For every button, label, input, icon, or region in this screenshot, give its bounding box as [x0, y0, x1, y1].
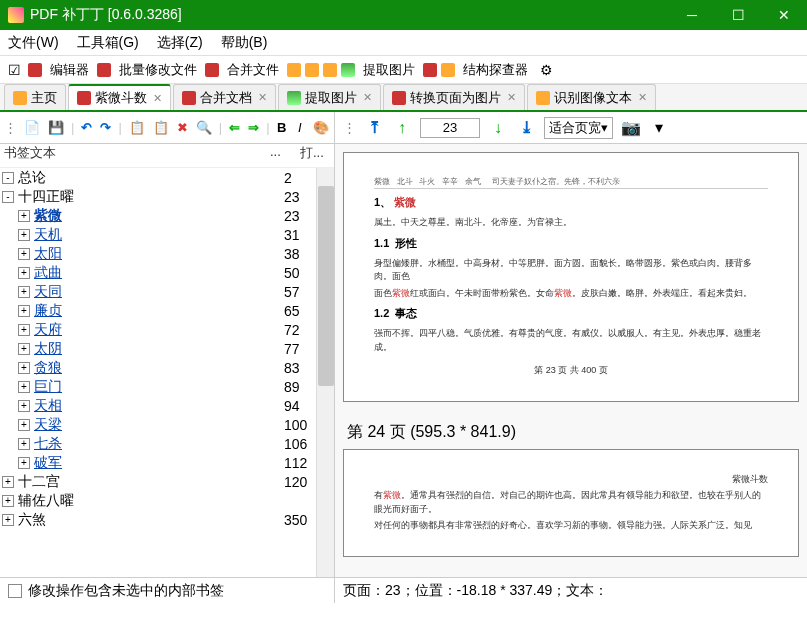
misc-icon[interactable]: ▾	[649, 118, 669, 138]
bookmark-row[interactable]: +破军112	[0, 453, 334, 472]
search-icon[interactable]: 🔍	[195, 117, 213, 139]
menu-toolbox[interactable]: 工具箱(G)	[77, 34, 139, 52]
checkbox-icon[interactable]: ☑	[4, 60, 24, 80]
maximize-button[interactable]: ☐	[715, 0, 761, 30]
tab-merge[interactable]: 合并文档✕	[173, 84, 276, 110]
preview-area[interactable]: 紫微 北斗 斗火 辛辛 余气 司天妻子奴仆之宿。先锋，不利六亲 1、 紫微 属土…	[335, 144, 807, 577]
bookmark-row[interactable]: +巨门89	[0, 377, 334, 396]
toggle-icon[interactable]: +	[18, 343, 30, 355]
merge-button[interactable]: 合并文件	[223, 61, 283, 79]
toggle-icon[interactable]: -	[2, 191, 14, 203]
bookmark-row[interactable]: +天府72	[0, 320, 334, 339]
tab-close-icon[interactable]: ✕	[638, 91, 647, 104]
new-icon[interactable]: 📄	[23, 117, 41, 139]
bookmark-row[interactable]: +廉贞65	[0, 301, 334, 320]
toggle-icon[interactable]: +	[18, 438, 30, 450]
toggle-icon[interactable]: +	[18, 305, 30, 317]
include-unchecked-checkbox[interactable]	[8, 584, 22, 598]
tab-close-icon[interactable]: ✕	[363, 91, 372, 104]
toggle-icon[interactable]: +	[2, 514, 14, 526]
toggle-icon[interactable]: +	[18, 267, 30, 279]
tab-close-icon[interactable]: ✕	[258, 91, 267, 104]
tool-icon[interactable]	[305, 63, 319, 77]
toggle-icon[interactable]: +	[18, 210, 30, 222]
color-icon[interactable]: 🎨	[312, 117, 330, 139]
tab-label: 紫微斗数	[95, 89, 147, 107]
bookmark-row[interactable]: +天相94	[0, 396, 334, 415]
toggle-icon[interactable]: +	[18, 457, 30, 469]
save-icon[interactable]: 💾	[47, 117, 65, 139]
tool-icon[interactable]	[323, 63, 337, 77]
tab-convert[interactable]: 转换页面为图片✕	[383, 84, 525, 110]
bookmark-row[interactable]: +十二宫120	[0, 472, 334, 491]
tab-close-icon[interactable]: ✕	[153, 92, 162, 105]
misc-icon[interactable]: ⚙	[536, 60, 556, 80]
extract-button[interactable]: 提取图片	[359, 61, 419, 79]
bold-icon[interactable]: B	[276, 117, 288, 139]
col-open[interactable]: 打...	[300, 144, 330, 167]
toggle-icon[interactable]: +	[18, 381, 30, 393]
page-number-input[interactable]	[420, 118, 480, 138]
page-23: 紫微 北斗 斗火 辛辛 余气 司天妻子奴仆之宿。先锋，不利六亲 1、 紫微 属土…	[343, 152, 799, 402]
editor-button[interactable]: 编辑器	[46, 61, 93, 79]
tool-icon[interactable]	[287, 63, 301, 77]
tool-icon[interactable]	[441, 63, 455, 77]
paste-icon[interactable]: 📋	[152, 117, 170, 139]
bookmark-row[interactable]: +六煞350	[0, 510, 334, 529]
ocr-icon[interactable]: 📷	[621, 118, 641, 138]
bookmark-row[interactable]: +七杀106	[0, 434, 334, 453]
bookmark-row[interactable]: +辅佐八曜	[0, 491, 334, 510]
tab-ziwei[interactable]: 紫微斗数✕	[68, 84, 171, 110]
toggle-icon[interactable]: +	[18, 400, 30, 412]
close-button[interactable]: ✕	[761, 0, 807, 30]
col-bookmark[interactable]: 书签文本	[4, 144, 270, 167]
prev-page-icon[interactable]: ↑	[392, 118, 412, 138]
outdent-icon[interactable]: ⇐	[228, 117, 241, 139]
tab-extract[interactable]: 提取图片✕	[278, 84, 381, 110]
bookmark-tree[interactable]: -总论2-十四正曜23+紫微23+天机31+太阳38+武曲50+天同57+廉贞6…	[0, 168, 334, 577]
pdf-icon	[97, 63, 111, 77]
bookmark-row[interactable]: +太阳38	[0, 244, 334, 263]
bookmark-row[interactable]: +天机31	[0, 225, 334, 244]
tab-ocr[interactable]: 识别图像文本✕	[527, 84, 656, 110]
first-page-icon[interactable]: ⤒	[364, 118, 384, 138]
menu-select[interactable]: 选择(Z)	[157, 34, 203, 52]
bookmark-row[interactable]: -总论2	[0, 168, 334, 187]
next-page-icon[interactable]: ↓	[488, 118, 508, 138]
last-page-icon[interactable]: ⤓	[516, 118, 536, 138]
bookmark-row[interactable]: -十四正曜23	[0, 187, 334, 206]
toggle-icon[interactable]: +	[2, 476, 14, 488]
toggle-icon[interactable]: +	[18, 248, 30, 260]
menu-file[interactable]: 文件(W)	[8, 34, 59, 52]
bookmark-row[interactable]: +紫微23	[0, 206, 334, 225]
indent-icon[interactable]: ⇒	[247, 117, 260, 139]
redo-icon[interactable]: ↷	[99, 117, 112, 139]
bookmark-row[interactable]: +贪狼83	[0, 358, 334, 377]
italic-icon[interactable]: I	[294, 117, 306, 139]
undo-icon[interactable]: ↶	[80, 117, 93, 139]
menu-help[interactable]: 帮助(B)	[221, 34, 268, 52]
copy-icon[interactable]: 📋	[128, 117, 146, 139]
scrollbar[interactable]	[316, 168, 334, 577]
bookmark-row[interactable]: +武曲50	[0, 263, 334, 282]
inspector-button[interactable]: 结构探查器	[459, 61, 532, 79]
toggle-icon[interactable]: +	[18, 324, 30, 336]
tab-home[interactable]: 主页	[4, 84, 66, 110]
toggle-icon[interactable]: +	[18, 419, 30, 431]
toggle-icon[interactable]: +	[18, 362, 30, 374]
batch-button[interactable]: 批量修改文件	[115, 61, 201, 79]
toggle-icon[interactable]: +	[18, 229, 30, 241]
bookmark-row[interactable]: +太阴77	[0, 339, 334, 358]
toggle-icon[interactable]: +	[2, 495, 14, 507]
zoom-select[interactable]: 适合页宽 ▾	[544, 117, 613, 139]
delete-icon[interactable]: ✖	[176, 117, 189, 139]
tab-close-icon[interactable]: ✕	[507, 91, 516, 104]
pdf-icon[interactable]	[423, 63, 437, 77]
bookmark-row[interactable]: +天梁100	[0, 415, 334, 434]
toggle-icon[interactable]: +	[18, 286, 30, 298]
bookmark-row[interactable]: +天同57	[0, 282, 334, 301]
toggle-icon[interactable]: -	[2, 172, 14, 184]
scrollbar-thumb[interactable]	[318, 186, 334, 386]
minimize-button[interactable]: ─	[669, 0, 715, 30]
col-misc[interactable]: ...	[270, 144, 300, 167]
